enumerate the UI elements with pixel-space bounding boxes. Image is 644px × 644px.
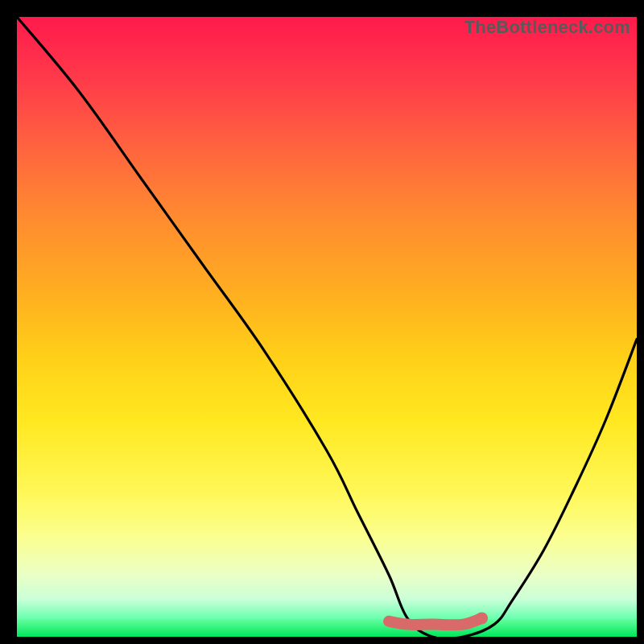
chart-plot-area: TheBottleneck.com	[17, 17, 637, 637]
optimal-flat-region-path	[389, 618, 482, 625]
optimal-region-end-dot	[476, 612, 488, 624]
watermark-text: TheBottleneck.com	[464, 17, 630, 38]
chart-svg-layer	[17, 17, 637, 637]
chart-frame: TheBottleneck.com	[5, 5, 639, 639]
bottleneck-curve-path	[17, 17, 637, 637]
